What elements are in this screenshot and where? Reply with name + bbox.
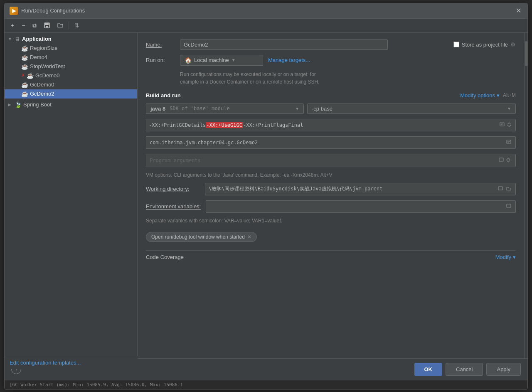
manage-targets-link[interactable]: Manage targets...	[268, 57, 310, 63]
build-and-run-section: Build and run Modify options ▾ Alt+M	[146, 92, 516, 99]
run-on-dropdown[interactable]: 🏠 Local machine ▼	[180, 55, 263, 66]
apply-button[interactable]: Apply	[486, 363, 521, 376]
right-panel: Name: Store as project file ⚙ Run on: 🏠 …	[138, 33, 524, 358]
close-button[interactable]: ✕	[514, 7, 522, 15]
main-class-value: com.itheima.jvm.chapter04.gc.GcDemo2	[150, 140, 504, 145]
java-icon-regionsize: ☕	[21, 45, 28, 52]
env-vars-input[interactable]	[206, 200, 516, 213]
save-button[interactable]	[41, 21, 53, 30]
dialog-title: Run/Debug Configurations	[21, 7, 85, 14]
open-tool-window-label: Open run/debug tool window when started	[151, 234, 245, 240]
svg-rect-10	[498, 187, 502, 190]
sidebar-item-gcdemo0-error[interactable]: ✗ ☕ GcDemo0	[5, 71, 137, 80]
svg-rect-6	[507, 140, 511, 143]
local-machine-icon: 🏠	[185, 57, 192, 64]
run-info-text: Run configurations may be executed local…	[146, 71, 516, 86]
title-bar: ▶ Run/Debug Configurations ✕	[5, 3, 527, 19]
vm-options-expand-icon[interactable]	[506, 121, 513, 129]
env-vars-hint: Separate variables with semicolon: VAR=v…	[146, 218, 516, 224]
program-arguments-placeholder: Program arguments	[150, 158, 496, 163]
prog-args-expand-icon[interactable]	[505, 156, 512, 165]
name-input[interactable]	[180, 39, 388, 50]
run-on-dropdown-arrow: ▼	[232, 58, 236, 62]
remove-button[interactable]: −	[19, 20, 28, 30]
cancel-button[interactable]: Cancel	[446, 363, 483, 376]
open-tool-window-tag: Open run/debug tool window when started …	[146, 232, 257, 242]
modify-options-label: Modify options	[460, 92, 495, 99]
vm-options-hint: VM options. CLI arguments to the 'Java' …	[146, 172, 516, 178]
name-label: Name:	[146, 42, 175, 48]
cp-value: -cp base	[312, 106, 332, 112]
tree-arrow-application: ▼	[8, 37, 13, 41]
run-on-value: Local machine	[194, 57, 229, 63]
vm-options-prefix: -XX:+PrintGCDetails	[149, 122, 206, 128]
sidebar-item-springboot[interactable]: ▶ 🍃 Spring Boot	[5, 100, 137, 109]
modify-options-area: Modify options ▾ Alt+M	[460, 92, 516, 99]
sidebar: ▼ 🖥 Application ☕ RegionSize ☕ Demo4 ☕ S…	[5, 33, 138, 358]
copy-button[interactable]: ⧉	[30, 20, 39, 31]
run-debug-configurations-dialog: ▶ Run/Debug Configurations ✕ + − ⧉ ⇅ ▼ 🖥…	[4, 3, 528, 390]
scrollbar-thumb[interactable]	[525, 41, 527, 66]
error-icon: ✗	[21, 73, 25, 78]
title-bar-left: ▶ Run/Debug Configurations	[10, 7, 85, 15]
store-as-project-file-row: Store as project file ⚙	[453, 41, 516, 48]
svg-rect-1	[45, 23, 49, 25]
code-coverage-modify-link[interactable]: Modify ▾	[495, 254, 516, 260]
working-dir-label: Working directory:	[146, 186, 200, 192]
toolbar-separator	[69, 21, 69, 30]
build-and-run-title: Build and run	[146, 92, 181, 99]
vm-options-edit-icon[interactable]	[499, 121, 505, 129]
env-vars-edit-icon[interactable]	[505, 202, 512, 211]
sidebar-item-stopworldtest[interactable]: ☕ StopWorldTest	[5, 62, 137, 71]
folder-button[interactable]	[54, 21, 66, 30]
environment-variables-row: Environment variables:	[146, 200, 516, 213]
vm-options-rest: -XX:+PrintFlagsFinal	[243, 122, 303, 128]
code-coverage-row: Code Coverage Modify ▾	[146, 250, 516, 260]
sidebar-item-regionsize[interactable]: ☕ RegionSize	[5, 44, 137, 53]
status-bar: [GC Worker Start (ms): Min: 15085.9, Avg…	[5, 380, 527, 389]
code-coverage-label: Code Coverage	[146, 254, 184, 260]
name-row: Name: Store as project file ⚙	[146, 39, 516, 50]
prog-args-edit-icon[interactable]	[498, 156, 505, 165]
working-dir-value[interactable]: \教学\同步课程资料\BaiduSyncdisk\实战Java虚拟机\代码\jv…	[205, 183, 516, 195]
add-button[interactable]: +	[8, 20, 17, 30]
sidebar-item-label-springboot: Spring Boot	[23, 101, 52, 108]
working-dir-folder-icon[interactable]	[505, 185, 512, 193]
sidebar-item-label-gcdemo2: GcDemo2	[30, 91, 54, 97]
open-tool-window-close[interactable]: ✕	[247, 234, 251, 240]
svg-rect-9	[499, 158, 503, 161]
prog-args-icons	[498, 156, 512, 165]
gear-icon[interactable]: ⚙	[510, 41, 516, 48]
working-directory-row: Working directory: \教学\同步课程资料\BaiduSyncd…	[146, 183, 516, 195]
scrollbar-track[interactable]	[524, 33, 527, 358]
main-content: ▼ 🖥 Application ☕ RegionSize ☕ Demo4 ☕ S…	[5, 33, 527, 358]
sidebar-item-gcdemo0[interactable]: ☕ GcDemo0	[5, 80, 137, 89]
working-dir-edit-icon[interactable]	[497, 185, 504, 193]
modify-options-link[interactable]: Modify options ▾	[460, 92, 500, 99]
program-arguments-row[interactable]: Program arguments	[146, 154, 516, 167]
sidebar-item-demo4[interactable]: ☕ Demo4	[5, 53, 137, 62]
sdk-dropdown[interactable]: java 8 SDK of 'base' module ▼	[146, 104, 304, 114]
sort-button[interactable]: ⇅	[71, 20, 82, 30]
sidebar-item-label-stopworldtest: StopWorldTest	[30, 63, 65, 69]
java-icon-stopworldtest: ☕	[21, 63, 28, 70]
java-icon-demo4: ☕	[21, 54, 28, 61]
ok-button[interactable]: OK	[414, 363, 443, 376]
modify-chevron-icon: ▾	[513, 254, 516, 260]
store-as-project-file-checkbox[interactable]	[453, 42, 459, 47]
main-class-row[interactable]: com.itheima.jvm.chapter04.gc.GcDemo2	[146, 136, 516, 149]
java-icon-gcdemo2: ☕	[21, 91, 28, 97]
sdk-row: java 8 SDK of 'base' module ▼ -cp base ▼	[146, 104, 516, 114]
vm-options-row[interactable]: -XX:+PrintGCDetails -XX:+UseG1GC -XX:+Pr…	[146, 119, 516, 131]
java-icon-gcdemo0-err: ☕	[27, 72, 34, 79]
sidebar-item-gcdemo2[interactable]: ☕ GcDemo2	[5, 89, 137, 99]
main-class-edit-icon[interactable]	[505, 138, 512, 147]
sidebar-item-application[interactable]: ▼ 🖥 Application	[5, 35, 137, 44]
tag-row: Open run/debug tool window when started …	[146, 232, 516, 242]
cp-dropdown[interactable]: -cp base ▼	[307, 104, 516, 114]
springboot-icon: 🍃	[15, 101, 22, 108]
modify-label: Modify	[495, 254, 511, 260]
sidebar-item-label-gcdemo0-error: GcDemo0	[35, 72, 60, 79]
sidebar-item-label-demo4: Demo4	[30, 54, 47, 60]
status-bar-text: [GC Worker Start (ms): Min: 15085.9, Avg…	[10, 382, 183, 387]
